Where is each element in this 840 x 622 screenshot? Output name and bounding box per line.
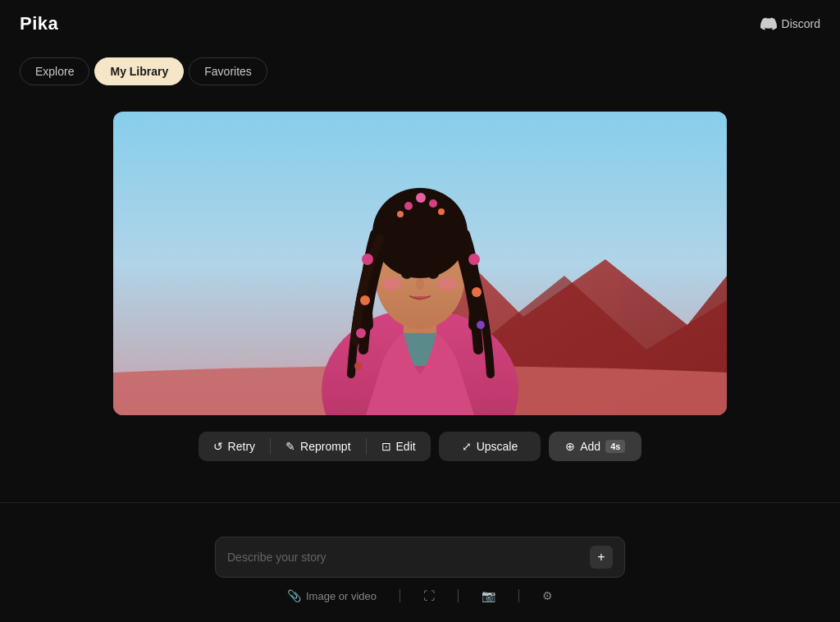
retry-button[interactable]: ↺ Retry [199, 432, 270, 461]
svg-point-24 [438, 208, 445, 215]
svg-point-11 [438, 277, 458, 290]
svg-point-14 [360, 295, 370, 305]
bottom-toolbar: 📎 Image or video ⛶ 📷 ⚙ [20, 586, 820, 606]
logo: Pika [20, 13, 58, 34]
discord-link[interactable]: Discord [760, 16, 820, 32]
svg-point-18 [472, 287, 482, 297]
main-content: ↺ Retry ✎ Reprompt ⊡ Edit ⤢ Upscale ⊕ Ad… [0, 95, 840, 478]
reprompt-button[interactable]: ✎ Reprompt [271, 432, 365, 461]
action-buttons: ↺ Retry ✎ Reprompt ⊡ Edit ⤢ Upscale ⊕ Ad… [199, 432, 642, 461]
video-container [113, 112, 727, 415]
image-display [113, 112, 727, 415]
svg-point-10 [382, 277, 402, 290]
svg-point-13 [362, 254, 373, 265]
attachment-icon: 📎 [287, 589, 301, 602]
toolbar-divider-2 [458, 589, 459, 602]
retry-icon: ↺ [213, 440, 223, 453]
nav-tabs: Explore My Library Favorites [0, 48, 840, 95]
camera-button[interactable]: 📷 [475, 586, 502, 606]
edit-icon: ⊡ [381, 440, 391, 453]
story-input-container[interactable]: + [215, 537, 625, 578]
svg-point-16 [354, 362, 363, 370]
add-clock-icon: ⊕ [565, 440, 575, 453]
tab-my-library[interactable]: My Library [94, 57, 184, 85]
bottom-area: + 📎 Image or video ⛶ 📷 ⚙ [0, 524, 840, 622]
upscale-button[interactable]: ⤢ Upscale [439, 432, 541, 461]
svg-point-15 [356, 328, 366, 338]
fullscreen-icon: ⛶ [423, 589, 435, 602]
edit-button[interactable]: ⊡ Edit [367, 432, 431, 461]
svg-point-17 [468, 254, 480, 265]
header: Pika Discord [0, 0, 840, 48]
svg-point-21 [416, 193, 426, 203]
fullscreen-button[interactable]: ⛶ [417, 586, 441, 606]
svg-point-22 [429, 199, 437, 208]
discord-icon [760, 16, 777, 32]
camera-icon: 📷 [482, 589, 495, 602]
image-video-button[interactable]: 📎 Image or video [281, 586, 383, 606]
toolbar-divider-1 [399, 589, 400, 602]
left-button-group: ↺ Retry ✎ Reprompt ⊡ Edit [199, 432, 431, 461]
svg-point-19 [477, 321, 485, 329]
upscale-icon: ⤢ [462, 440, 472, 453]
tab-favorites[interactable]: Favorites [189, 57, 267, 85]
settings-button[interactable]: ⚙ [536, 586, 559, 606]
reprompt-icon: ✎ [285, 440, 295, 453]
add-badge: 4s [605, 440, 625, 453]
svg-point-20 [404, 202, 413, 210]
discord-label: Discord [782, 17, 820, 30]
story-input[interactable] [227, 551, 590, 564]
send-button[interactable]: + [590, 546, 613, 569]
svg-point-23 [397, 211, 404, 217]
separator [0, 502, 840, 503]
tab-explore[interactable]: Explore [20, 57, 89, 85]
add-button[interactable]: ⊕ Add 4s [549, 432, 641, 461]
sliders-icon: ⚙ [542, 589, 553, 602]
toolbar-divider-3 [518, 589, 519, 602]
input-row: + [20, 537, 820, 578]
svg-point-9 [416, 278, 424, 290]
